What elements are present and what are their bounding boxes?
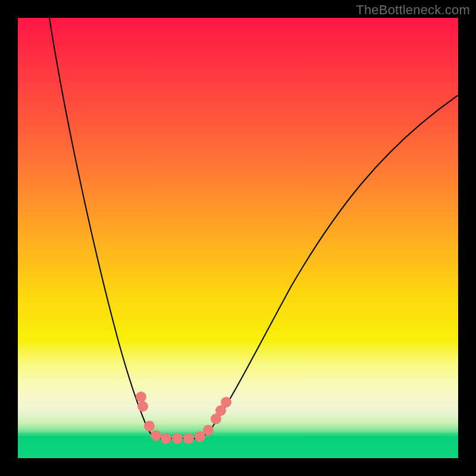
marker-dot [221, 397, 231, 408]
marker-dot [203, 425, 214, 436]
marker-dot [161, 433, 171, 444]
marker-dot [136, 392, 146, 402]
plot-area [18, 18, 458, 458]
curve-right [196, 95, 458, 439]
marker-dot [137, 401, 148, 412]
marker-dot [172, 433, 183, 444]
marker-dot [151, 430, 161, 441]
marker-dot [183, 433, 194, 444]
curve-layer [18, 18, 458, 458]
marker-dot [144, 421, 155, 431]
chart-frame: TheBottleneck.com [0, 0, 476, 476]
watermark-text: TheBottleneck.com [356, 2, 470, 18]
marker-group [136, 392, 231, 444]
marker-dot [195, 431, 205, 442]
curve-left [49, 18, 161, 439]
